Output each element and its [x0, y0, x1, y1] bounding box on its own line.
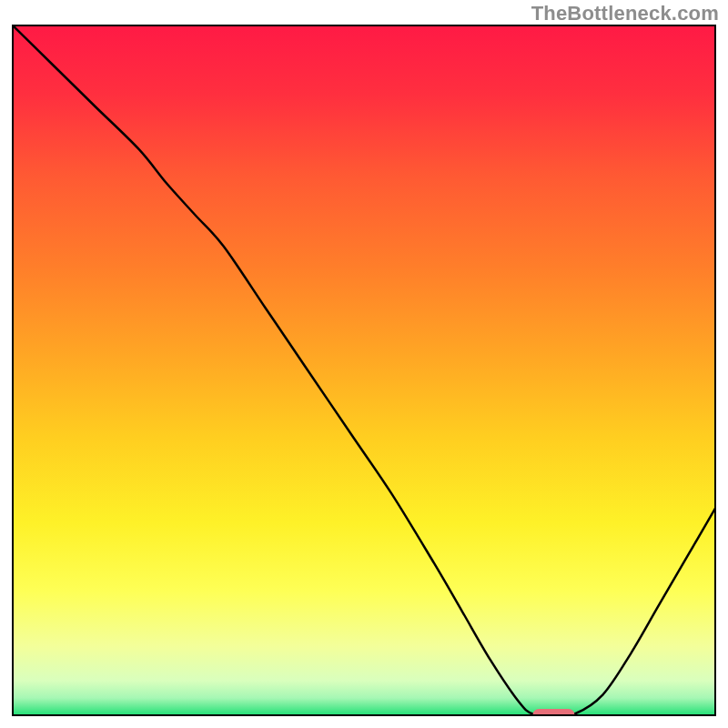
bottleneck-chart — [0, 0, 728, 728]
chart-container: TheBottleneck.com — [0, 0, 728, 728]
watermark-text: TheBottleneck.com — [531, 2, 719, 25]
